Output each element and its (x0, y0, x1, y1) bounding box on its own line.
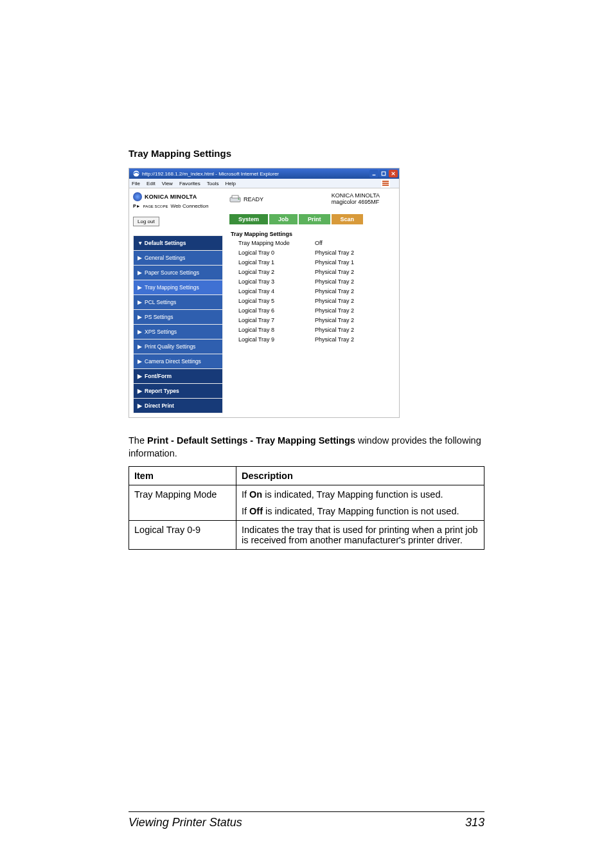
cell-desc: If On is indicated, Tray Mapping functio… (236, 485, 484, 521)
map-value: Physical Tray 2 (315, 288, 391, 294)
window-title: http://192.168.1.2/m_index.html - Micros… (142, 171, 369, 177)
page-footer: Viewing Printer Status 313 (129, 811, 484, 829)
map-value: Physical Tray 1 (315, 259, 391, 266)
table-row: Tray Mapping Mode If On is indicated, Tr… (129, 485, 484, 521)
map-value: Physical Tray 2 (315, 336, 391, 343)
map-key: Logical Tray 6 (238, 307, 315, 314)
th-item: Item (129, 467, 236, 485)
sidebar-item-paper-source[interactable]: ▶Paper Source Settings (134, 266, 223, 280)
brand-sub: Web Connection (171, 203, 209, 209)
map-key: Logical Tray 8 (238, 327, 315, 333)
footer-text: Viewing Printer Status (129, 816, 242, 829)
device-id: KONICA MINOLTA magicolor 4695MF (332, 192, 393, 205)
sidebar: ▼ Default Settings ▶General Settings ▶Pa… (133, 235, 223, 413)
sidebar-item-camera-direct[interactable]: ▶Camera Direct Settings (134, 354, 223, 369)
footer-page: 313 (465, 816, 484, 829)
cell-item: Logical Tray 0-9 (129, 521, 236, 550)
map-key: Logical Tray 4 (238, 288, 315, 294)
map-key: Logical Tray 7 (238, 317, 315, 323)
map-value: Physical Tray 2 (315, 249, 391, 256)
pagescope-icon: P► (133, 204, 141, 208)
explain-paragraph: The Print - Default Settings - Tray Mapp… (129, 435, 484, 460)
th-description: Description (236, 467, 484, 485)
tabbar: System Job Print Scan (229, 214, 393, 224)
map-key: Logical Tray 2 (238, 269, 315, 275)
sidebar-item-print-quality[interactable]: ▶Print Quality Settings (134, 339, 223, 354)
table-row: Logical Tray 0-9 Indicates the tray that… (129, 521, 484, 550)
description-table: Item Description Tray Mapping Mode If On… (129, 466, 484, 550)
menu-favorites[interactable]: Favorites (179, 181, 200, 186)
map-value: Physical Tray 2 (315, 298, 391, 304)
menubar: File Edit View Favorites Tools Help (129, 179, 399, 188)
brand-name: KONICA MINOLTA (145, 194, 197, 200)
cell-item: Tray Mapping Mode (129, 485, 236, 521)
map-key: Logical Tray 9 (238, 336, 315, 343)
map-key: Logical Tray 3 (238, 278, 315, 285)
map-value: Physical Tray 2 (315, 278, 391, 285)
map-key: Tray Mapping Mode (238, 240, 315, 246)
map-value: Physical Tray 2 (315, 327, 391, 333)
ie-icon (133, 170, 139, 177)
ie-throbber-icon (381, 179, 390, 188)
brand-block: KONICA MINOLTA P► PAGE SCOPE Web Connect… (133, 192, 223, 209)
section-title: Tray Mapping Settings (129, 148, 484, 159)
sidebar-font-form[interactable]: ▶Font/Form (134, 369, 223, 384)
cell-desc: Indicates the tray that is used for prin… (236, 521, 484, 550)
menu-tools[interactable]: Tools (207, 181, 219, 186)
sidebar-item-ps[interactable]: ▶PS Settings (134, 310, 223, 325)
tab-print[interactable]: Print (299, 214, 332, 224)
status-text: READY (244, 196, 263, 203)
pagescope-prefix: PAGE SCOPE (143, 204, 168, 208)
svg-rect-1 (373, 175, 376, 176)
svg-rect-2 (382, 172, 386, 176)
tab-scan[interactable]: Scan (332, 214, 365, 224)
svg-point-6 (238, 199, 240, 200)
sidebar-item-general[interactable]: ▶General Settings (134, 251, 223, 266)
logout-button[interactable]: Log out (133, 217, 159, 226)
map-key: Logical Tray 0 (238, 249, 315, 256)
window-titlebar: http://192.168.1.2/m_index.html - Micros… (129, 168, 399, 179)
map-key: Logical Tray 1 (238, 259, 315, 266)
menu-edit[interactable]: Edit (147, 181, 155, 186)
sidebar-item-xps[interactable]: ▶XPS Settings (134, 325, 223, 339)
mapping-table: Tray Mapping ModeOff Logical Tray 0Physi… (229, 240, 393, 349)
sidebar-item-pcl[interactable]: ▶PCL Settings (134, 295, 223, 310)
map-key: Logical Tray 5 (238, 298, 315, 304)
brand-logo-icon (133, 192, 142, 201)
minimize-button[interactable] (369, 170, 378, 177)
tab-system[interactable]: System (229, 214, 269, 224)
sidebar-direct-print[interactable]: ▶Direct Print (134, 399, 223, 413)
menu-file[interactable]: File (132, 181, 140, 186)
close-button[interactable] (389, 170, 398, 177)
printer-icon (229, 195, 241, 204)
maximize-button[interactable] (379, 170, 388, 177)
panel-title: Tray Mapping Settings (231, 231, 393, 237)
tab-job[interactable]: Job (269, 214, 299, 224)
map-value: Physical Tray 2 (315, 317, 391, 323)
status: READY (229, 195, 263, 204)
sidebar-item-tray-mapping[interactable]: ▶Tray Mapping Settings (134, 280, 223, 295)
menu-view[interactable]: View (162, 181, 173, 186)
sidebar-report-types[interactable]: ▶Report Types (134, 384, 223, 399)
map-value: Physical Tray 2 (315, 307, 391, 314)
sidebar-header[interactable]: ▼ Default Settings (134, 236, 223, 251)
svg-rect-5 (232, 195, 238, 198)
map-value: Physical Tray 2 (315, 269, 391, 275)
menu-help[interactable]: Help (225, 181, 235, 186)
map-value: Off (315, 240, 391, 246)
ie-window: http://192.168.1.2/m_index.html - Micros… (129, 168, 400, 418)
